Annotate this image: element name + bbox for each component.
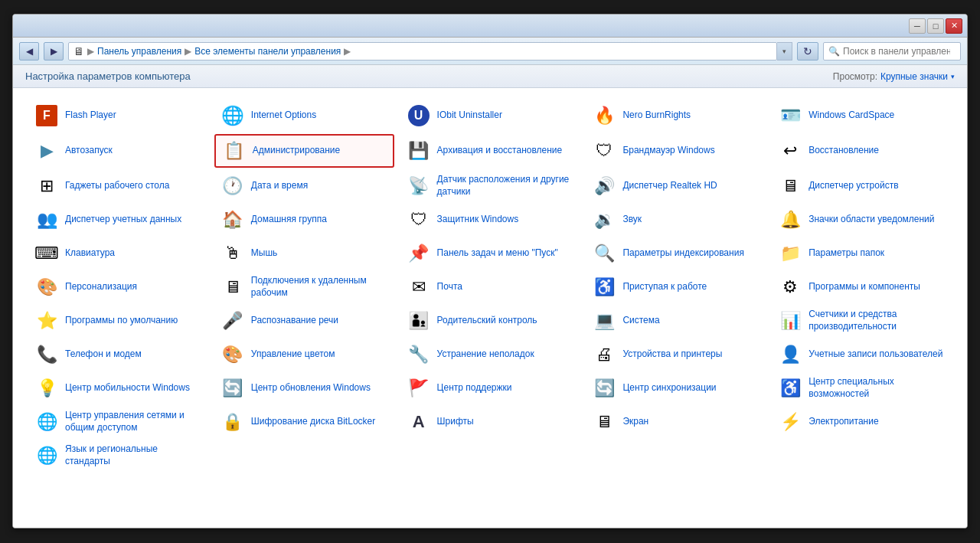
list-item[interactable]: 🔧Устранение неполадок — [400, 339, 580, 370]
item-label: Электропитание — [808, 416, 878, 428]
list-item[interactable]: 📋Администрирование — [214, 134, 394, 168]
item-label: Звук — [622, 214, 642, 226]
list-item[interactable]: 🏠Домашняя группа — [214, 204, 394, 235]
breadcrumb-2[interactable]: Все элементы панели управления — [194, 46, 341, 57]
list-item[interactable]: 🖥Экран — [586, 407, 766, 437]
remote-icon: 🖥 — [220, 275, 245, 299]
iobit-icon: U — [407, 103, 431, 128]
list-item[interactable]: 🖨Устройства и принтеры — [586, 339, 766, 370]
list-item[interactable]: 🔄Центр обновления Windows — [214, 373, 394, 404]
accounts-icon: 👤 — [778, 342, 802, 367]
search-box[interactable]: 🔍 — [823, 42, 961, 61]
list-item[interactable]: AШрифты — [400, 407, 580, 437]
item-label: Устройства и принтеры — [622, 348, 722, 361]
list-item[interactable]: 👥Диспетчер учетных данных — [28, 204, 208, 235]
item-label: Центр мобильности Windows — [65, 382, 190, 394]
list-item[interactable]: 📊Счетчики и средства производительности — [772, 306, 952, 336]
list-item[interactable]: ↩Восстановление — [772, 134, 952, 168]
item-label: Устранение неполадок — [437, 348, 534, 361]
list-item[interactable]: 🔊Диспетчер Realtek HD — [586, 171, 766, 201]
list-item[interactable]: ♿Приступая к работе — [586, 272, 766, 303]
list-item[interactable]: 📡Датчик расположения и другие датчики — [400, 171, 580, 201]
item-label: Счетчики и средства производительности — [808, 309, 946, 332]
list-item[interactable]: ⭐Программы по умолчанию — [28, 306, 208, 336]
list-item[interactable]: 🎨Персонализация — [28, 272, 208, 303]
folders-icon: 📁 — [778, 241, 802, 266]
list-item[interactable]: 👨‍👦Родительский контроль — [400, 306, 580, 336]
list-item[interactable]: ⊞Гаджеты рабочего стола — [28, 171, 208, 201]
maximize-button[interactable]: □ — [927, 18, 944, 34]
list-item[interactable]: ▶Автозапуск — [28, 134, 208, 168]
chevron-down-icon[interactable]: ▾ — [951, 73, 955, 80]
list-item[interactable]: UIObit Uninstaller — [400, 100, 580, 131]
list-item[interactable]: 🚩Центр поддержки — [400, 373, 580, 404]
list-item[interactable]: 🖥Подключения к удаленным рабочим — [214, 272, 394, 303]
list-item[interactable]: 🛡Защитник Windows — [400, 204, 580, 235]
perf-icon: 📊 — [778, 309, 802, 333]
item-label: Персонализация — [65, 281, 137, 293]
address-path[interactable]: 🖥 ▶ Панель управления ▶ Все элементы пан… — [68, 42, 777, 61]
programs-icon: ⚙ — [778, 275, 802, 299]
item-label: Приступая к работе — [622, 281, 707, 293]
list-item[interactable]: ⚙Программы и компоненты — [772, 272, 952, 303]
list-item[interactable]: 🔄Центр синхронизации — [586, 373, 766, 404]
list-item[interactable]: 🎤Распознавание речи — [214, 306, 394, 336]
list-item[interactable]: ♿Центр специальных возможностей — [772, 373, 952, 404]
item-label: Гаджеты рабочего стола — [65, 180, 169, 192]
list-item[interactable]: 💻Система — [586, 306, 766, 336]
view-options: Просмотр: Крупные значки ▾ — [833, 71, 955, 82]
list-item[interactable]: 🔥Nero BurnRights — [586, 100, 766, 131]
list-item[interactable]: 💾Архивация и восстановление — [400, 134, 580, 168]
item-label: Центр поддержки — [437, 382, 512, 394]
devices-icon: 🖥 — [778, 174, 802, 198]
list-item[interactable]: FFlash Player — [28, 100, 208, 131]
list-item[interactable]: 📌Панель задач и меню "Пуск" — [400, 238, 580, 269]
content-area: FFlash Player🌐Internet OptionsUIObit Uni… — [13, 88, 967, 528]
item-label: Экран — [622, 416, 648, 428]
view-label: Просмотр: — [833, 71, 877, 82]
list-item[interactable]: 🌐Язык и региональные стандарты — [28, 440, 208, 471]
list-item[interactable]: 🔒Шифрование диска BitLocker — [214, 407, 394, 437]
list-item[interactable]: 💡Центр мобильности Windows — [28, 373, 208, 404]
flash-icon: F — [34, 103, 59, 128]
list-item[interactable]: 🪪Windows CardSpace — [772, 100, 952, 131]
list-item[interactable]: 📞Телефон и модем — [28, 339, 208, 370]
page-title: Настройка параметров компьютера — [25, 70, 191, 82]
view-selector[interactable]: Крупные значки — [880, 71, 948, 82]
list-item[interactable]: 👤Учетные записи пользователей — [772, 339, 952, 370]
list-item[interactable]: 🌐Internet Options — [214, 100, 394, 131]
language-icon: 🌐 — [34, 443, 59, 468]
item-label: Параметры индексирования — [622, 247, 743, 260]
back-button[interactable]: ◀ — [19, 42, 39, 61]
list-item[interactable]: 🔔Значки области уведомлений — [772, 204, 952, 235]
list-item[interactable]: ✉Почта — [400, 272, 580, 303]
close-button[interactable]: ✕ — [946, 18, 962, 34]
list-item[interactable]: 🛡Брандмауэр Windows — [586, 134, 766, 168]
list-item[interactable]: 📁Параметры папок — [772, 238, 952, 269]
list-item[interactable]: 🖥Диспетчер устройств — [772, 171, 952, 201]
item-label: Система — [622, 315, 659, 327]
list-item[interactable]: ⌨Клавиатура — [28, 238, 208, 269]
users-icon: 👥 — [34, 208, 59, 232]
list-item[interactable]: 🕐Дата и время — [214, 171, 394, 201]
keyboard-icon: ⌨ — [34, 241, 59, 266]
list-item[interactable]: 🖱Мышь — [214, 238, 394, 269]
phone-icon: 📞 — [34, 342, 59, 367]
list-item[interactable]: ⚡Электропитание — [772, 407, 952, 437]
address-dropdown[interactable]: ▾ — [777, 42, 792, 61]
search-input[interactable] — [843, 46, 950, 57]
item-label: Программы и компоненты — [808, 281, 920, 293]
access-icon: ♿ — [592, 275, 616, 299]
list-item[interactable]: 🎨Управление цветом — [214, 339, 394, 370]
item-label: Шифрование диска BitLocker — [251, 416, 375, 428]
list-item[interactable]: 🔍Параметры индексирования — [586, 238, 766, 269]
refresh-button[interactable]: ↻ — [797, 42, 818, 61]
item-label: Почта — [437, 281, 462, 293]
list-item[interactable]: 🌐Центр управления сетями и общим доступо… — [28, 407, 208, 437]
breadcrumb-1[interactable]: Панель управления — [97, 46, 181, 57]
minimize-button[interactable]: ─ — [909, 18, 926, 34]
list-item[interactable]: 🔉Звук — [586, 204, 766, 235]
item-label: Internet Options — [251, 110, 316, 122]
gadget-icon: ⊞ — [34, 174, 59, 198]
forward-button[interactable]: ▶ — [44, 42, 64, 61]
